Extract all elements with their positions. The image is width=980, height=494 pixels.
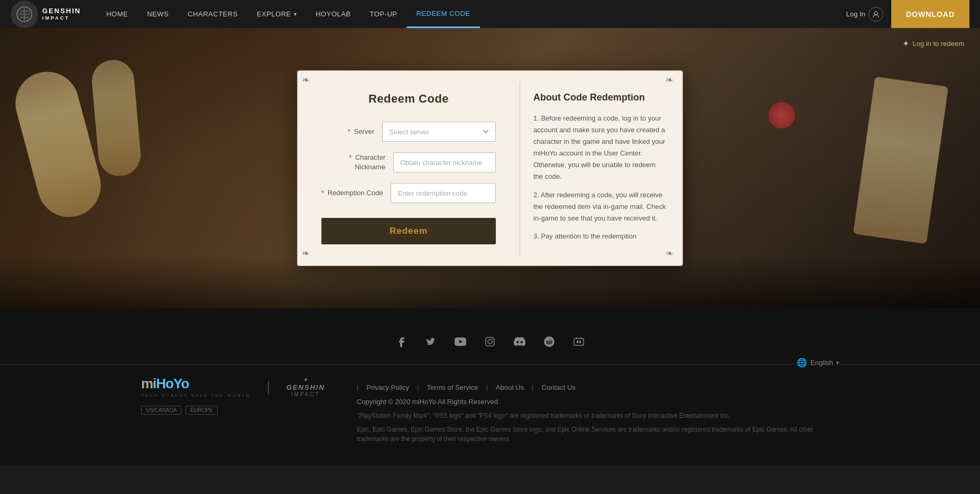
privacy-policy-link[interactable]: Privacy Policy: [366, 383, 409, 391]
code-input[interactable]: [391, 183, 496, 203]
footer-logos: miHoYo TECH OTAKUS SAVE THE WORLD | ✦ GE…: [141, 376, 325, 398]
globe-icon: 🌐: [797, 358, 807, 368]
svg-rect-8: [577, 341, 578, 343]
region-us: US/CANADA: [141, 406, 181, 415]
svg-point-3: [488, 340, 492, 344]
trademark-text-1: "PlayStation Family Mark", "PS5 logo" an…: [357, 411, 839, 420]
navbar: GENSHIN IMPACT HOME NEWS CHARACTERS EXPL…: [0, 0, 980, 28]
svg-point-4: [492, 339, 493, 340]
modal-info-panel: About Code Redemption 1. Before redeemin…: [520, 71, 682, 245]
logo-icon: [11, 1, 38, 28]
contact-us-link[interactable]: Contact Us: [542, 383, 576, 391]
modal-right-title: About Code Redemption: [533, 92, 667, 103]
footer-logos-container: miHoYo TECH OTAKUS SAVE THE WORLD | ✦ GE…: [141, 376, 325, 415]
corner-tr: ❧: [665, 75, 678, 88]
modal-form-panel: Redeem Code * Server Select server Asia …: [298, 71, 520, 266]
redeem-modal: ❧ ❧ ❧ ❧ Redeem Code * Server Select serv…: [297, 70, 683, 266]
svg-rect-7: [574, 339, 584, 345]
logo-name: GENSHIN: [42, 7, 81, 15]
corner-bl: ❧: [302, 249, 315, 261]
region-eu: EUROPE: [186, 406, 217, 415]
footer-bottom: miHoYo TECH OTAKUS SAVE THE WORLD | ✦ GE…: [120, 365, 860, 454]
server-label: * Server: [321, 127, 382, 136]
terms-of-service-link[interactable]: Terms of Service: [427, 383, 478, 391]
logo-subtitle: IMPACT: [42, 15, 81, 21]
login-redeem-link[interactable]: ✦ Log in to redeem: [902, 39, 964, 49]
language-selector[interactable]: 🌐 English ▾: [797, 349, 839, 376]
nav-home[interactable]: HOME: [97, 0, 137, 28]
copyright-text: Copyright © 2020 miHoYo All Rights Reser…: [357, 398, 839, 406]
info-text-1: 1. Before redeeming a code, log in to yo…: [533, 113, 667, 183]
redeem-button[interactable]: Redeem: [321, 218, 496, 244]
epic-text: Epic, Epic Games, Epic Games Store, the …: [357, 425, 839, 444]
corner-br: ❧: [665, 249, 678, 261]
footer: miHoYo TECH OTAKUS SAVE THE WORLD | ✦ GE…: [0, 308, 980, 465]
logo[interactable]: GENSHIN IMPACT: [11, 1, 81, 28]
nav-explore[interactable]: EXPLORE ▾: [247, 0, 306, 28]
server-select[interactable]: Select server Asia Europe America TW, HK…: [382, 122, 496, 142]
login-button[interactable]: Log In: [846, 7, 883, 22]
nav-right: Log In Download: [846, 0, 969, 28]
reddit-icon[interactable]: [540, 332, 559, 351]
footer-links: | Privacy Policy | Terms of Service | Ab…: [357, 383, 839, 391]
facebook-icon[interactable]: [392, 332, 411, 351]
nickname-field-group: * Character Nickname: [321, 152, 496, 172]
nav-characters[interactable]: CHARACTERS: [178, 0, 247, 28]
discord-icon[interactable]: [510, 332, 529, 351]
lang-chevron-icon: ▾: [836, 360, 839, 365]
nav-top-up[interactable]: TOP-UP: [360, 0, 407, 28]
info-text-3: 3. Pay attention to the redemption condi…: [533, 231, 667, 245]
code-label: * Redemption Code: [321, 188, 391, 198]
nav-hoyolab[interactable]: HoYoLAB: [306, 0, 360, 28]
info-text-2: 2. After redeeming a code, you will rece…: [533, 189, 667, 224]
user-icon: [868, 7, 883, 22]
nickname-required-star: *: [349, 153, 352, 161]
explore-chevron-icon: ▾: [294, 11, 297, 17]
corner-tl: ❧: [302, 75, 315, 88]
nav-links: HOME NEWS CHARACTERS EXPLORE ▾ HoYoLAB T…: [97, 0, 846, 28]
footer-regions: US/CANADA EUROPE: [141, 406, 325, 415]
server-field-group: * Server Select server Asia Europe Ameri…: [321, 122, 496, 142]
bilibili-icon[interactable]: [569, 332, 588, 351]
svg-rect-9: [579, 341, 581, 343]
instagram-icon[interactable]: [480, 332, 500, 351]
hero-section: ✦ Log in to redeem ❧ ❧ ❧ ❧ Redeem Code *…: [0, 28, 980, 308]
svg-point-1: [874, 12, 877, 15]
footer-right: 🌐 English ▾ | Privacy Policy | Terms of …: [357, 376, 839, 444]
server-required-star: *: [348, 127, 350, 135]
youtube-icon[interactable]: [451, 332, 470, 351]
nav-news[interactable]: NEWS: [137, 0, 178, 28]
code-field-group: * Redemption Code: [321, 183, 496, 203]
nickname-input[interactable]: [393, 152, 496, 172]
download-button[interactable]: Download: [891, 0, 969, 28]
plus-icon: ✦: [902, 39, 909, 49]
code-required-star: *: [321, 189, 324, 197]
modal-title: Redeem Code: [321, 92, 496, 106]
nickname-label: * Character Nickname: [321, 153, 393, 172]
twitter-icon[interactable]: [421, 332, 440, 351]
nav-redeem-code[interactable]: REDEEM CODE: [406, 0, 479, 28]
about-us-link[interactable]: About Us: [496, 383, 524, 391]
